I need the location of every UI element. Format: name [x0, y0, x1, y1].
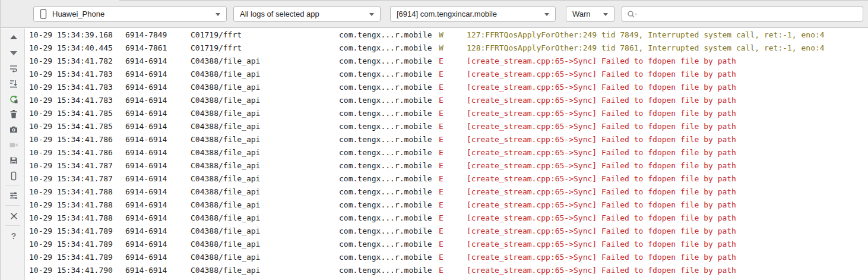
device-selector[interactable]: Huawei_Phone [33, 6, 227, 22]
help-button[interactable]: ? [8, 231, 19, 241]
log-cell-pid: 6914-6914 [125, 94, 191, 107]
log-cell-tag: C04388/file_api [191, 199, 339, 212]
log-cell-ts: 10-29 15:34:41.788 [29, 212, 125, 225]
log-cell-msg: [create_stream.cpp:65->Sync] Failed to f… [467, 55, 868, 68]
smartphone-icon [40, 9, 47, 19]
log-cell-pid: 6914-6914 [125, 107, 191, 120]
log-cell-pkg: com.tengx...r.mobile [339, 55, 439, 68]
clear-logcat-button[interactable] [8, 109, 19, 119]
log-list[interactable]: 10-29 15:34:39.1686914-7849C01719/ffrtco… [25, 29, 868, 280]
log-row[interactable]: 10-29 15:34:40.4456914-7861C01719/ffrtco… [25, 42, 868, 55]
log-row[interactable]: 10-29 15:34:39.1686914-7849C01719/ffrtco… [25, 29, 868, 42]
log-cell-ts: 10-29 15:34:41.788 [29, 185, 125, 199]
log-cell-tag: C04388/file_api [191, 55, 339, 68]
log-cell-pid: 6914-6914 [125, 251, 191, 264]
log-cell-level: E [439, 185, 467, 199]
log-cell-ts: 10-29 15:34:41.783 [29, 81, 125, 94]
close-button[interactable] [8, 210, 19, 221]
log-cell-msg: [create_stream.cpp:65->Sync] Failed to f… [467, 107, 868, 120]
log-cell-tag: C01719/ffrt [191, 29, 339, 42]
log-cell-pkg: com.tengx...r.mobile [339, 264, 439, 277]
log-cell-pid: 6914-6914 [125, 185, 191, 199]
log-cell-pkg: com.tengx...r.mobile [339, 185, 439, 199]
toolbar-separator [5, 205, 20, 206]
panel-top-border [119, 1, 868, 1]
log-row[interactable]: 10-29 15:34:41.7906914-6914C04388/file_a… [25, 277, 868, 280]
log-row[interactable]: 10-29 15:34:41.7906914-6914C04388/file_a… [25, 264, 868, 277]
log-cell-pkg: com.tengx...r.mobile [339, 212, 439, 225]
log-row[interactable]: 10-29 15:34:41.7866914-6914C04388/file_a… [25, 146, 868, 159]
toolbar-separator [5, 225, 20, 226]
question-mark-icon: ? [11, 231, 17, 241]
log-cell-ts: 10-29 15:34:41.788 [29, 199, 125, 212]
log-cell-ts: 10-29 15:34:41.783 [29, 68, 125, 81]
log-cell-msg: [create_stream.cpp:65->Sync] Failed to f… [467, 251, 868, 264]
log-cell-msg: [create_stream.cpp:65->Sync] Failed to f… [467, 68, 868, 81]
log-cell-msg: 128:FFRTQosApplyForOther:249 tid 7861, I… [467, 42, 868, 55]
filter-settings-button[interactable] [8, 190, 19, 201]
export-to-file-button[interactable] [8, 155, 19, 166]
log-cell-msg: [create_stream.cpp:65->Sync] Failed to f… [467, 238, 868, 251]
log-cell-level: E [439, 277, 467, 280]
screen-record-button [8, 140, 19, 150]
log-row[interactable]: 10-29 15:34:41.7836914-6914C04388/file_a… [25, 94, 868, 107]
log-cell-msg: [create_stream.cpp:65->Sync] Failed to f… [467, 225, 868, 238]
log-cell-pkg: com.tengx...r.mobile [339, 251, 439, 264]
log-cell-level: E [439, 238, 467, 251]
log-row[interactable]: 10-29 15:34:41.7886914-6914C04388/file_a… [25, 212, 868, 225]
log-row[interactable]: 10-29 15:34:41.7896914-6914C04388/file_a… [25, 238, 868, 251]
log-row[interactable]: 10-29 15:34:41.7876914-6914C04388/file_a… [25, 159, 868, 172]
log-cell-ts: 10-29 15:34:41.789 [29, 238, 125, 251]
log-level-selector[interactable]: Warn [566, 6, 614, 22]
log-cell-pkg: com.tengx...r.mobile [339, 146, 439, 159]
restart-button[interactable] [8, 94, 19, 105]
log-row[interactable]: 10-29 15:34:41.7896914-6914C04388/file_a… [25, 225, 868, 238]
log-cell-tag: C04388/file_api [191, 107, 339, 120]
device-phone-button[interactable] [8, 171, 19, 181]
log-row[interactable]: 10-29 15:34:41.7836914-6914C04388/file_a… [25, 81, 868, 94]
search-input[interactable] [641, 10, 858, 18]
logcat-panel: Huawei_Phone All logs of selected app [6… [0, 0, 868, 280]
log-cell-ts: 10-29 15:34:41.790 [29, 264, 125, 277]
log-cell-msg: [create_stream.cpp:65->Sync] Failed to f… [467, 172, 868, 185]
log-cell-level: E [439, 55, 467, 68]
log-row[interactable]: 10-29 15:34:41.7886914-6914C04388/file_a… [25, 199, 868, 212]
log-cell-ts: 10-29 15:34:39.168 [29, 29, 125, 42]
log-cell-tag: C04388/file_api [191, 264, 339, 277]
log-cell-level: W [439, 42, 467, 55]
log-cell-msg: [create_stream.cpp:65->Sync] Failed to f… [467, 146, 868, 159]
log-cell-level: E [439, 159, 467, 172]
screen-capture-button[interactable] [8, 124, 19, 135]
down-arrow-button[interactable] [8, 48, 19, 58]
log-row[interactable]: 10-29 15:34:41.7836914-6914C04388/file_a… [25, 68, 868, 81]
soft-wrap-button[interactable] [8, 63, 19, 74]
up-arrow-button[interactable] [8, 32, 19, 43]
scroll-to-end-button[interactable] [8, 78, 19, 89]
log-row[interactable]: 10-29 15:34:41.7826914-6914C04388/file_a… [25, 55, 868, 68]
process-selector-label: [6914] com.tengxincar.mobile [397, 10, 497, 18]
log-search-field[interactable] [622, 6, 863, 22]
log-cell-msg: [create_stream.cpp:65->Sync] Failed to f… [467, 199, 868, 212]
log-cell-pid: 6914-6914 [125, 159, 191, 172]
log-cell-pkg: com.tengx...r.mobile [339, 225, 439, 238]
toolbar-separator [5, 185, 20, 185]
log-row[interactable]: 10-29 15:34:41.7886914-6914C04388/file_a… [25, 185, 868, 199]
log-cell-tag: C04388/file_api [191, 159, 339, 172]
log-row[interactable]: 10-29 15:34:41.7856914-6914C04388/file_a… [25, 120, 868, 133]
log-cell-level: E [439, 225, 467, 238]
log-row[interactable]: 10-29 15:34:41.7896914-6914C04388/file_a… [25, 251, 868, 264]
log-cell-level: E [439, 146, 467, 159]
log-cell-pkg: com.tengx...r.mobile [339, 277, 439, 280]
log-cell-tag: C04388/file_api [191, 81, 339, 94]
log-row[interactable]: 10-29 15:34:41.7856914-6914C04388/file_a… [25, 107, 868, 120]
log-cell-pid: 6914-7861 [125, 42, 191, 55]
log-cell-ts: 10-29 15:34:41.782 [29, 55, 125, 68]
log-source-selector[interactable]: All logs of selected app [233, 6, 381, 22]
log-row[interactable]: 10-29 15:34:41.7866914-6914C04388/file_a… [25, 133, 868, 146]
log-cell-pid: 6914-6914 [125, 146, 191, 159]
log-cell-msg: [create_stream.cpp:65->Sync] Failed to f… [467, 264, 868, 277]
log-row[interactable]: 10-29 15:34:41.7876914-6914C04388/file_a… [25, 172, 868, 185]
log-cell-pkg: com.tengx...r.mobile [339, 159, 439, 172]
process-selector[interactable]: [6914] com.tengxincar.mobile [390, 6, 556, 22]
log-cell-tag: C04388/file_api [191, 277, 339, 280]
